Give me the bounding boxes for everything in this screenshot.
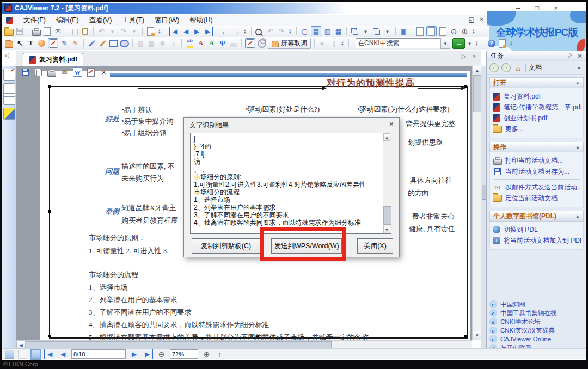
close-button[interactable]: × <box>554 4 558 12</box>
dialog-close-icon[interactable]: × <box>389 120 394 128</box>
copy-to-clipboard-button[interactable]: 复制到剪贴板(C) <box>192 238 260 254</box>
highlight-tool-icon[interactable] <box>185 39 194 48</box>
toolbar-overflow-icon[interactable] <box>509 39 514 48</box>
ocr-tool-icon[interactable] <box>48 38 58 48</box>
send-to-word-icon[interactable]: W <box>73 67 82 77</box>
search-dropdown-icon[interactable] <box>440 38 450 49</box>
save-icon[interactable] <box>15 27 24 36</box>
sound-tool-icon[interactable] <box>169 39 178 48</box>
mini-print-icon[interactable] <box>47 67 56 77</box>
toolbar-overflow-icon[interactable] <box>242 27 248 36</box>
tab-scroll-right-icon[interactable]: ▷ <box>462 53 466 60</box>
dialog-scrollbar[interactable]: ▲ ▼ <box>383 133 391 233</box>
dialog-close-button[interactable]: 关闭(X) <box>357 238 393 254</box>
continuous-layout-icon[interactable] <box>334 27 343 36</box>
recent-file-item[interactable]: 笔记·传播学教程第一章.pdf <box>493 102 581 113</box>
previous-page-icon[interactable] <box>181 27 191 36</box>
horizontal-scrollbar[interactable]: ◀ <box>16 340 472 349</box>
minimize-button[interactable]: – <box>516 4 520 12</box>
annotation-tab-icon[interactable] <box>3 69 15 81</box>
mini-mail-icon[interactable] <box>60 67 69 77</box>
single-page-layout-icon[interactable] <box>300 27 309 36</box>
dialog-scroll-thumb[interactable] <box>383 206 391 225</box>
mini-ocr-icon[interactable] <box>86 67 95 77</box>
menu-help[interactable]: 帮助(H) <box>189 16 212 25</box>
dialog-scroll-down-icon[interactable]: ▼ <box>383 226 390 233</box>
redo-dropdown-icon[interactable] <box>130 27 139 36</box>
home-icon[interactable] <box>513 63 523 72</box>
open-icon[interactable] <box>4 27 14 36</box>
mail-icon[interactable] <box>53 27 63 36</box>
help-icon[interactable]: ? <box>487 39 496 48</box>
redo-icon[interactable] <box>119 27 128 36</box>
view-history-forward-icon[interactable] <box>277 27 286 36</box>
last-page-icon[interactable] <box>203 27 213 36</box>
cnki-search-input[interactable] <box>356 38 440 48</box>
anchor-tool-icon[interactable] <box>218 39 227 48</box>
collapse-icon[interactable]: ▲ <box>575 214 580 219</box>
doc-info-icon[interactable] <box>498 39 507 48</box>
text-select-tool-icon[interactable] <box>26 39 35 48</box>
screen-capture-button[interactable]: 屏幕取词 <box>268 38 311 49</box>
cascade-dropdown-icon[interactable] <box>361 27 370 36</box>
note-tool-icon[interactable] <box>71 39 80 48</box>
mini-close-icon[interactable]: × <box>99 67 108 77</box>
pencil-tool-icon[interactable] <box>98 39 107 48</box>
selection-handle[interactable] <box>48 210 51 213</box>
ocr-text-area[interactable]: j }_'4的 .7 Ij 访 、.、 市场细分的原则: 1.可衡量性2.可进入… <box>190 133 391 234</box>
fit-page-icon[interactable] <box>415 27 425 36</box>
selection-handle[interactable] <box>48 335 51 337</box>
doc-minimize-button[interactable]: – <box>460 16 463 23</box>
vertical-scrollbar[interactable]: ▲ ▼ <box>472 66 481 340</box>
doc-restore-button[interactable]: ◱ <box>468 16 474 23</box>
zoom-tool-icon[interactable] <box>37 39 46 48</box>
share-tool-icon[interactable] <box>257 39 266 48</box>
properties-icon[interactable] <box>146 27 155 36</box>
text-style-red-icon[interactable] <box>196 39 205 48</box>
pdl-section-header[interactable]: 个人数字图书馆(PDL) ▲ <box>489 211 584 222</box>
status-last-page-icon[interactable] <box>143 349 153 359</box>
text-style-green-icon[interactable] <box>207 39 216 48</box>
link-item[interactable]: e中国知网 <box>489 300 584 309</box>
full-screen-icon[interactable] <box>399 27 408 36</box>
zoom-in-icon[interactable] <box>460 27 469 36</box>
view-history-back-icon[interactable] <box>266 27 275 36</box>
collapse-icon[interactable]: ▲ <box>575 81 580 85</box>
menu-view[interactable]: 查看(V) <box>89 16 112 25</box>
open-section-header[interactable]: 打开 ▲ <box>489 77 584 88</box>
operations-section-header[interactable]: 操作 ▲ <box>489 142 584 152</box>
status-previous-page-icon[interactable] <box>58 349 68 359</box>
zoom-out-icon[interactable] <box>449 27 458 36</box>
ellipse-tool-icon[interactable] <box>120 39 129 48</box>
link-item[interactable]: eCNKI学术论坛 <box>489 317 584 326</box>
recent-file-item[interactable]: 创业计划书.pdf <box>493 113 581 124</box>
nav-forward-icon[interactable]: › <box>501 63 511 72</box>
play-icon[interactable] <box>318 39 327 48</box>
print-preview-icon[interactable] <box>42 27 52 36</box>
mini-copy-icon[interactable] <box>34 67 43 77</box>
toolbar-overflow-icon[interactable] <box>474 39 480 48</box>
menu-window[interactable]: 窗口(W) <box>155 16 179 25</box>
highlight-tab-icon[interactable] <box>3 108 15 120</box>
pin-icon[interactable] <box>566 51 574 60</box>
forward-view-icon[interactable] <box>231 27 241 36</box>
view-mode-single-icon[interactable] <box>5 350 14 359</box>
first-page-icon[interactable] <box>169 27 180 36</box>
go-dropdown-icon[interactable] <box>465 39 474 48</box>
pause-icon[interactable] <box>329 39 338 48</box>
status-next-page-icon[interactable] <box>130 349 139 359</box>
selection-handle[interactable] <box>464 335 467 337</box>
settings-tool-icon[interactable] <box>158 39 167 48</box>
selection-handle[interactable] <box>48 85 51 88</box>
view-mode-facing-icon[interactable] <box>18 350 27 359</box>
line-tool-icon[interactable] <box>87 39 96 48</box>
toolbar-overflow-icon[interactable] <box>157 27 162 36</box>
undo-icon[interactable] <box>97 27 106 36</box>
menu-edit[interactable]: 编辑(E) <box>56 16 79 25</box>
recent-file-item[interactable]: 复习资料.pdf <box>493 91 581 102</box>
fit-width-layout-icon[interactable] <box>311 26 321 36</box>
link-item[interactable]: e中国工具书集锦在线 <box>489 309 584 317</box>
horizontal-scroll-thumb[interactable] <box>26 341 332 349</box>
save-as-item[interactable]: 当前活动文档另存为... <box>493 166 581 177</box>
link-item[interactable]: eCNKI英汉/汉英辞典 <box>489 326 584 335</box>
